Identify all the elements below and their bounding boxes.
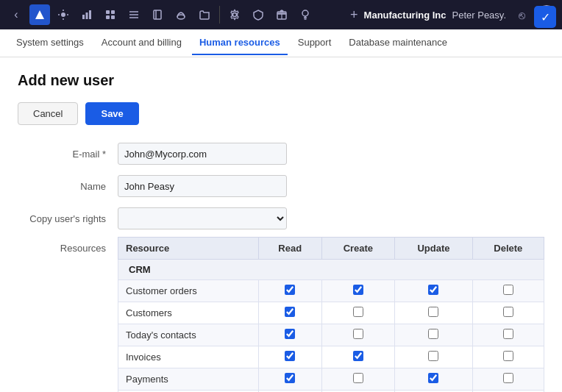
create-cell bbox=[321, 324, 395, 346]
resource-cell: Invoices bbox=[118, 346, 259, 368]
read-checkbox[interactable] bbox=[285, 285, 295, 295]
bulb-icon[interactable] bbox=[295, 4, 316, 25]
nav-system-settings[interactable]: System settings bbox=[9, 31, 91, 55]
svg-rect-7 bbox=[82, 15, 85, 19]
update-checkbox[interactable] bbox=[428, 285, 438, 295]
resources-table: Resource Read Create Update Delete CRMCu… bbox=[118, 237, 544, 392]
create-checkbox[interactable] bbox=[353, 285, 363, 295]
svg-rect-12 bbox=[106, 15, 110, 19]
group-header-row: CRM bbox=[118, 260, 544, 280]
create-cell bbox=[321, 280, 395, 302]
copy-rights-label: Copy user's rights bbox=[18, 213, 106, 224]
delete-checkbox[interactable] bbox=[503, 307, 513, 317]
resources-section: Resources Resource Read Create Update De… bbox=[18, 237, 544, 392]
export-icon[interactable]: ⎋ bbox=[512, 5, 531, 24]
table-row: Payments bbox=[118, 368, 544, 391]
svg-rect-8 bbox=[86, 13, 88, 19]
svg-point-20 bbox=[233, 13, 237, 17]
gear-icon[interactable] bbox=[224, 4, 245, 25]
dark-mode-icon[interactable] bbox=[29, 4, 50, 25]
delete-checkbox[interactable] bbox=[503, 373, 513, 383]
toolbar-right: + Manufacturing Inc Peter Peasy. ⎋ ? bbox=[350, 5, 556, 24]
read-checkbox[interactable] bbox=[285, 329, 295, 339]
top-check-button[interactable]: ✓ bbox=[534, 6, 556, 28]
main-content: Add new user Cancel Save E-mail * Name C… bbox=[0, 57, 562, 392]
update-cell bbox=[395, 346, 472, 368]
create-checkbox[interactable] bbox=[353, 329, 363, 339]
grid-icon[interactable] bbox=[100, 4, 121, 25]
nav-human-resources[interactable]: Human resources bbox=[192, 31, 288, 55]
save-button[interactable]: Save bbox=[85, 102, 138, 125]
delete-checkbox[interactable] bbox=[503, 351, 513, 361]
read-cell bbox=[258, 302, 321, 324]
create-checkbox[interactable] bbox=[353, 373, 363, 383]
name-row: Name bbox=[18, 175, 533, 197]
col-create: Create bbox=[321, 238, 395, 260]
update-cell bbox=[395, 280, 472, 302]
page-title: Add new user bbox=[18, 72, 544, 89]
svg-point-2 bbox=[61, 13, 65, 17]
delete-cell bbox=[472, 302, 544, 324]
table-row: Customers bbox=[118, 302, 544, 324]
email-row: E-mail * bbox=[18, 143, 533, 165]
back-icon[interactable]: ‹ bbox=[6, 4, 26, 25]
delete-checkbox[interactable] bbox=[503, 329, 513, 339]
update-checkbox[interactable] bbox=[428, 307, 438, 317]
table-row: Customer orders bbox=[118, 280, 544, 302]
update-cell bbox=[395, 368, 472, 391]
nav-account-billing[interactable]: Account and billing bbox=[94, 31, 189, 55]
read-cell bbox=[258, 368, 321, 391]
toolbar-divider bbox=[219, 6, 220, 24]
copy-rights-row: Copy user's rights bbox=[18, 207, 533, 229]
bar-chart-icon[interactable] bbox=[77, 4, 97, 25]
nav-database-maintenance[interactable]: Database maintenance bbox=[341, 31, 455, 55]
book-icon[interactable] bbox=[147, 4, 168, 25]
read-checkbox[interactable] bbox=[285, 351, 295, 361]
gift-icon[interactable] bbox=[271, 4, 292, 25]
read-cell bbox=[258, 324, 321, 346]
update-cell bbox=[395, 302, 472, 324]
col-update: Update bbox=[395, 238, 472, 260]
folder-icon[interactable] bbox=[194, 4, 215, 25]
basket-icon[interactable] bbox=[171, 4, 191, 25]
col-resource: Resource bbox=[118, 238, 259, 260]
svg-rect-13 bbox=[111, 15, 115, 19]
update-checkbox[interactable] bbox=[428, 373, 438, 383]
cancel-button[interactable]: Cancel bbox=[18, 102, 78, 125]
plus-button[interactable]: + bbox=[350, 7, 358, 23]
email-label: E-mail * bbox=[18, 149, 106, 160]
create-cell bbox=[321, 346, 395, 368]
update-checkbox[interactable] bbox=[428, 329, 438, 339]
col-delete: Delete bbox=[472, 238, 544, 260]
read-cell bbox=[258, 280, 321, 302]
nav-support[interactable]: Support bbox=[291, 31, 339, 55]
button-row: Cancel Save bbox=[18, 102, 544, 125]
create-checkbox[interactable] bbox=[353, 351, 363, 361]
list-icon[interactable] bbox=[124, 4, 144, 25]
svg-point-24 bbox=[302, 10, 308, 16]
copy-rights-select[interactable] bbox=[118, 207, 287, 229]
toolbar: ‹ bbox=[0, 0, 562, 29]
email-input[interactable] bbox=[118, 143, 287, 165]
user-name: Peter Peasy. bbox=[452, 10, 506, 21]
svg-rect-9 bbox=[89, 10, 91, 19]
svg-point-19 bbox=[177, 15, 185, 19]
form-section: E-mail * Name Copy user's rights bbox=[18, 143, 533, 229]
name-input[interactable] bbox=[118, 175, 287, 197]
delete-cell bbox=[472, 280, 544, 302]
create-checkbox[interactable] bbox=[353, 307, 363, 317]
create-cell bbox=[321, 302, 395, 324]
resource-cell: Customers bbox=[118, 302, 259, 324]
update-checkbox[interactable] bbox=[428, 351, 438, 361]
read-checkbox[interactable] bbox=[285, 307, 295, 317]
resource-cell: Today's contacts bbox=[118, 324, 259, 346]
sun-icon[interactable] bbox=[53, 4, 74, 25]
svg-rect-11 bbox=[111, 10, 115, 14]
shield-icon[interactable] bbox=[248, 4, 268, 25]
navbar: System settings Account and billing Huma… bbox=[0, 29, 562, 57]
delete-cell bbox=[472, 324, 544, 346]
table-row: Invoices bbox=[118, 346, 544, 368]
read-checkbox[interactable] bbox=[285, 373, 295, 383]
delete-checkbox[interactable] bbox=[503, 285, 513, 295]
resource-cell: Payments bbox=[118, 368, 259, 391]
